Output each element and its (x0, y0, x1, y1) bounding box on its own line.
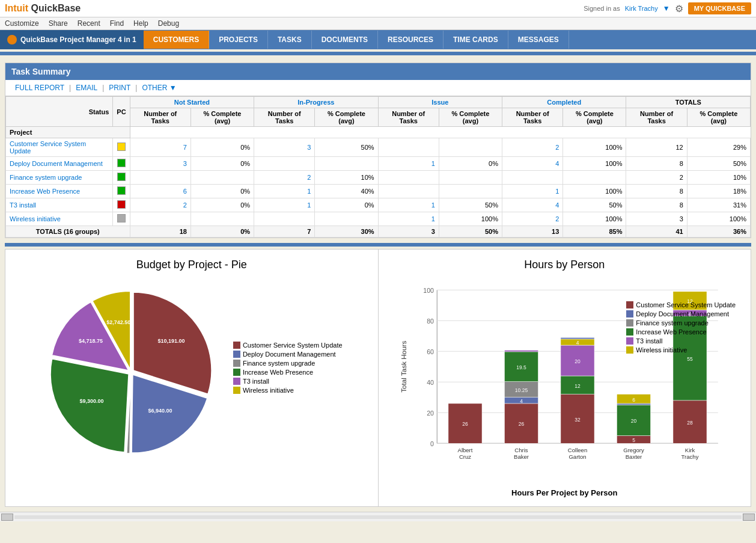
table-cell: 100% (563, 157, 626, 171)
table-cell[interactable]: 2 (130, 198, 191, 212)
nav-tab-messages[interactable]: MESSAGES (508, 31, 569, 49)
totals-cell: 3 (378, 226, 439, 238)
table-cell[interactable]: 1 (378, 212, 439, 226)
legend-label: Deploy Document Management (243, 351, 336, 358)
table-cell[interactable]: 2 (502, 138, 563, 157)
project-name-cell[interactable]: Increase Web Presence (6, 185, 113, 198)
dropdown-icon[interactable]: ▼ (663, 4, 670, 13)
menu-item-find[interactable]: Find (110, 19, 124, 28)
project-name-cell[interactable]: T3 install (6, 198, 113, 212)
table-cell: 0% (191, 185, 254, 198)
scroll-left[interactable] (1, 514, 13, 521)
nav-tab-resources[interactable]: RESOURCES (378, 31, 444, 49)
legend-label: T3 install (243, 378, 269, 385)
my-quickbase-button[interactable]: MY QUICKBASE (688, 2, 751, 14)
status-icon (117, 200, 126, 209)
legend-color (626, 328, 633, 336)
pie-label: $9,300.00 (79, 398, 103, 404)
person-last-name: Baker (514, 453, 529, 460)
nav-tabs: CUSTOMERSPROJECTSTASKSDOCUMENTSRESOURCES… (144, 31, 569, 49)
y-label: 100 (423, 287, 434, 294)
project-name-cell[interactable]: Deploy Document Management (6, 157, 113, 171)
menu-item-recent[interactable]: Recent (78, 19, 100, 28)
menu-item-debug[interactable]: Debug (158, 19, 179, 28)
totals-cell: TOTALS (16 groups) (6, 226, 130, 238)
status-icon (117, 143, 126, 151)
legend-item: Customer Service System Update (233, 342, 343, 349)
y-label: 60 (427, 348, 434, 355)
task-summary-actions: FULL REPORT | EMAIL | PRINT | OTHER ▼ (5, 80, 751, 96)
bar-value: 32 (575, 417, 581, 423)
person-last-name: Garton (569, 453, 586, 460)
other-dropdown[interactable]: OTHER ▼ (137, 82, 181, 93)
bar-chart-container: Hours by Person 020406080100Total Task H… (379, 250, 751, 506)
username[interactable]: Kirk Trachy (625, 5, 658, 12)
table-cell (315, 157, 378, 171)
menu-bar: CustomizeShareRecentFindHelpDebug (0, 17, 756, 30)
table-cell[interactable]: 1 (378, 157, 439, 171)
table-cell[interactable]: 4 (502, 157, 563, 171)
bar-value: 19.5 (516, 364, 526, 370)
print-link[interactable]: PRINT (104, 82, 135, 93)
legend-color (233, 342, 240, 349)
col-totals: TOTALS (626, 97, 751, 108)
legend-label: Increase Web Presence (636, 328, 706, 336)
project-name-cell[interactable]: Finance system upgrade (6, 171, 113, 185)
table-row: T3 install20%10%150%450%831% (6, 198, 751, 212)
project-name-cell[interactable]: Customer Service System Update (6, 138, 113, 157)
full-report-link[interactable]: FULL REPORT (10, 82, 69, 93)
table-cell[interactable]: 1 (254, 198, 315, 212)
table-cell: 8 (626, 185, 687, 198)
table-cell: 100% (687, 212, 750, 226)
menu-item-help[interactable]: Help (133, 19, 148, 28)
legend-color (626, 319, 633, 327)
bar-value: 26 (462, 421, 468, 427)
table-cell[interactable]: 3 (254, 138, 315, 157)
table-cell[interactable]: 6 (130, 185, 191, 198)
table-cell (254, 157, 315, 171)
nav-tab-time-cards[interactable]: TIME CARDS (444, 31, 508, 49)
nav-tab-projects[interactable]: PROJECTS (209, 31, 268, 49)
col-issue: Issue (378, 97, 502, 108)
table-cell: 18% (687, 185, 750, 198)
legend-color (233, 351, 240, 358)
table-cell[interactable]: 4 (502, 198, 563, 212)
table-cell[interactable]: 2 (254, 171, 315, 185)
scroll-right[interactable] (743, 514, 755, 521)
nav-tab-tasks[interactable]: TASKS (268, 31, 312, 49)
issue-pct: % Complete (avg) (439, 108, 502, 127)
bar-value: 55 (687, 356, 693, 362)
person-first-name: Chris (514, 447, 528, 453)
legend-label: Finance system upgrade (243, 360, 315, 367)
table-cell: 8 (626, 157, 687, 171)
col-pc: PC (113, 97, 130, 127)
scroll-track[interactable] (14, 515, 742, 519)
bottom-scrollbar[interactable] (0, 512, 756, 521)
col-project: Project (6, 127, 130, 138)
table-cell[interactable]: 1 (378, 198, 439, 212)
menu-item-customize[interactable]: Customize (5, 19, 39, 28)
table-cell: 2 (626, 171, 687, 185)
nav-tab-documents[interactable]: DOCUMENTS (312, 31, 378, 49)
legend-item: Wireless initiative (233, 387, 343, 394)
project-name-cell[interactable]: Wireless initiative (6, 212, 113, 226)
table-cell[interactable]: 1 (254, 185, 315, 198)
settings-icon[interactable]: ⚙ (675, 3, 683, 14)
table-cell[interactable]: 1 (502, 185, 563, 198)
legend-color (626, 337, 633, 345)
table-cell (191, 212, 254, 226)
bar-legend-item: Increase Web Presence (626, 328, 736, 336)
table-cell: 50% (687, 157, 750, 171)
nav-tab-customers[interactable]: CUSTOMERS (144, 31, 209, 49)
table-cell[interactable]: 2 (502, 212, 563, 226)
pie-chart-container: Budget by Project - Pie $10,191.00$6,940… (5, 250, 379, 506)
logo: Intuit QuickBase (5, 3, 81, 14)
table-cell: 12 (626, 138, 687, 157)
table-cell[interactable]: 3 (130, 157, 191, 171)
status-cell (113, 171, 130, 185)
table-cell (315, 212, 378, 226)
table-cell[interactable]: 7 (130, 138, 191, 157)
menu-item-share[interactable]: Share (49, 19, 68, 28)
email-link[interactable]: EMAIL (71, 82, 102, 93)
totals-cell: 85% (563, 226, 626, 238)
